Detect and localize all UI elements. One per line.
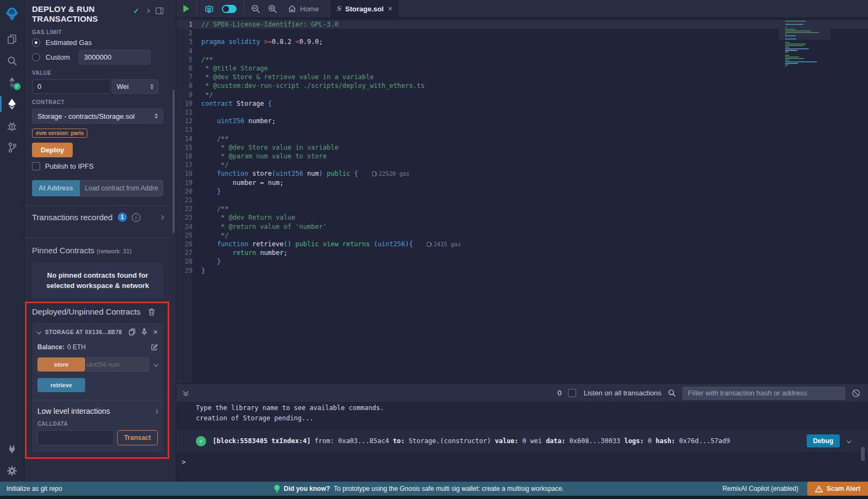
code-line: 17 */ bbox=[176, 161, 868, 169]
tx-success-check-icon: ✓ bbox=[196, 436, 206, 446]
code-line: 3pragma solidity >=0.8.2 <0.9.0; bbox=[176, 37, 868, 46]
pinned-contracts-title: Pinned Contracts (network: 31) bbox=[32, 238, 163, 255]
at-address-input[interactable] bbox=[80, 180, 163, 196]
retrieve-function-button[interactable]: retrieve bbox=[37, 378, 85, 392]
edit-balance-icon[interactable] bbox=[151, 344, 158, 351]
contract-label: CONTRACT bbox=[32, 99, 163, 105]
value-unit-select[interactable]: Wei bbox=[112, 79, 158, 94]
ai-copilot-robot-icon[interactable] bbox=[204, 4, 214, 14]
chevron-down-icon[interactable] bbox=[37, 330, 41, 334]
store-arg-input[interactable] bbox=[86, 357, 149, 372]
transactions-expand-icon[interactable] bbox=[159, 215, 164, 219]
gas-estimate-annotation: 2415 gas bbox=[427, 240, 461, 248]
tip-title: Did you know? bbox=[284, 485, 330, 492]
panel-forward-icon[interactable] bbox=[145, 9, 150, 13]
value-label: VALUE bbox=[32, 70, 163, 76]
sidebar-item-search[interactable] bbox=[0, 50, 24, 72]
pin-contract-icon[interactable] bbox=[141, 328, 148, 336]
transact-button[interactable]: Transact bbox=[117, 430, 158, 445]
estimated-gas-label: Estimated Gas bbox=[46, 39, 92, 47]
sidebar-item-debugger[interactable] bbox=[0, 115, 24, 137]
transactions-count-badge: 1 bbox=[118, 213, 127, 222]
copy-address-icon[interactable] bbox=[129, 328, 136, 336]
balance-value: 0 ETH bbox=[67, 343, 86, 351]
code-line: 28 } bbox=[176, 257, 868, 266]
code-line: 19 number = num; bbox=[176, 178, 868, 187]
custom-gas-radio[interactable] bbox=[32, 53, 40, 61]
sidebar-item-deploy-run[interactable] bbox=[0, 93, 24, 115]
value-input[interactable] bbox=[32, 79, 111, 94]
code-line: 13 bbox=[176, 125, 868, 134]
code-editor[interactable]: 1// SPDX-License-Identifier: GPL-3.023pr… bbox=[176, 18, 868, 383]
panel-title: DEPLOY & RUN TRANSACTIONS bbox=[32, 4, 133, 24]
sidebar-item-settings[interactable] bbox=[0, 460, 24, 482]
sidebar-item-plugin-manager[interactable] bbox=[0, 438, 24, 460]
panel-scrollbar-thumb[interactable] bbox=[173, 89, 175, 233]
pin-panel-icon[interactable] bbox=[156, 8, 163, 14]
at-address-button[interactable]: At Address bbox=[32, 180, 80, 196]
remove-contract-icon[interactable]: × bbox=[153, 329, 158, 335]
editor-region: Home S Storage.sol × 1// SPDX-License-Id… bbox=[176, 0, 868, 482]
info-icon[interactable]: i bbox=[156, 407, 158, 415]
collapse-terminal-icon[interactable] bbox=[184, 391, 188, 395]
remix-logo-icon[interactable] bbox=[0, 0, 24, 28]
home-tab[interactable]: Home bbox=[285, 5, 322, 13]
store-function-button[interactable]: store bbox=[37, 357, 85, 372]
debug-button[interactable]: Debug bbox=[807, 434, 840, 447]
gas-pump-icon bbox=[427, 242, 431, 247]
deployed-contract-card: STORAGE AT 0X136...8B78 × Balance: 0 ETH bbox=[32, 323, 163, 452]
compile-success-badge: ✓ bbox=[14, 83, 21, 90]
estimated-gas-radio[interactable] bbox=[32, 39, 40, 47]
zoom-out-icon[interactable] bbox=[251, 4, 260, 14]
tip-text: To prototype using the Gnosis safe multi… bbox=[334, 485, 564, 492]
expand-log-icon[interactable] bbox=[847, 439, 851, 443]
publish-ipfs-checkbox[interactable] bbox=[32, 162, 40, 170]
minimap[interactable] bbox=[783, 20, 825, 68]
warning-triangle-icon bbox=[815, 485, 823, 492]
code-line: 22 /** bbox=[176, 204, 868, 213]
code-line: 2 bbox=[176, 29, 868, 37]
home-label: Home bbox=[300, 5, 319, 13]
calldata-input[interactable] bbox=[37, 430, 114, 445]
tab-storage-sol[interactable]: S Storage.sol × bbox=[330, 0, 399, 17]
solidity-file-icon: S bbox=[336, 5, 341, 12]
terminal: 0 Listen on all transactions Type the li… bbox=[176, 383, 868, 482]
sidebar-item-git[interactable] bbox=[0, 137, 24, 158]
transaction-log-row[interactable]: ✓ [block:5583405 txIndex:4] from: 0xa03.… bbox=[176, 430, 868, 452]
deploy-button[interactable]: Deploy bbox=[32, 143, 73, 157]
terminal-bar: 0 Listen on all transactions bbox=[176, 384, 868, 402]
info-icon[interactable]: i bbox=[132, 213, 141, 222]
custom-gas-input[interactable] bbox=[79, 50, 151, 65]
terminal-prompt[interactable]: > bbox=[176, 452, 868, 466]
git-init-button[interactable]: Initialize as git repo bbox=[0, 485, 62, 492]
code-line: 6 * @title Storage bbox=[176, 64, 868, 73]
scam-alert-button[interactable]: Scam Alert bbox=[807, 482, 868, 496]
terminal-output: Type the library name to see available c… bbox=[176, 402, 868, 482]
code-line: 15 * @dev Store value in variable bbox=[176, 143, 868, 152]
deployed-contracts-title: Deployed/Unpinned Contracts bbox=[32, 307, 141, 316]
terminal-scrollbar-thumb[interactable] bbox=[861, 447, 865, 461]
close-tab-icon[interactable]: × bbox=[388, 4, 392, 13]
run-script-icon[interactable] bbox=[183, 5, 189, 12]
copilot-toggle[interactable] bbox=[222, 5, 237, 13]
window-footer bbox=[0, 496, 868, 499]
trash-icon[interactable] bbox=[148, 308, 155, 316]
zoom-in-icon[interactable] bbox=[268, 4, 277, 14]
icon-rail: ✓ bbox=[0, 0, 24, 482]
listen-all-transactions-checkbox[interactable] bbox=[568, 389, 576, 397]
clear-console-icon[interactable] bbox=[852, 389, 860, 398]
sidebar-item-file-explorer[interactable] bbox=[0, 28, 24, 50]
editor-toolbar: Home S Storage.sol × bbox=[176, 0, 868, 18]
calldata-label: CALLDATA bbox=[37, 421, 158, 427]
deployed-contract-name: STORAGE AT 0X136...8B78 bbox=[45, 329, 122, 335]
code-line: 26 function retrieve() public view retur… bbox=[176, 240, 868, 248]
code-lines: 1// SPDX-License-Identifier: GPL-3.023pr… bbox=[176, 20, 868, 275]
sidebar-item-solidity-compiler[interactable]: ✓ bbox=[0, 72, 24, 93]
evm-version-badge: evm version: paris bbox=[32, 129, 87, 138]
expand-args-icon[interactable] bbox=[154, 362, 158, 367]
copilot-status-label[interactable]: RemixAI Copilot (enabled) bbox=[723, 485, 807, 492]
contract-select[interactable]: Storage - contracts/Storage.sol bbox=[32, 108, 163, 124]
status-bar: Initialize as git repo Did you know? To … bbox=[0, 482, 868, 496]
balance-label: Balance: bbox=[37, 343, 65, 351]
transaction-filter-input[interactable] bbox=[682, 387, 845, 400]
